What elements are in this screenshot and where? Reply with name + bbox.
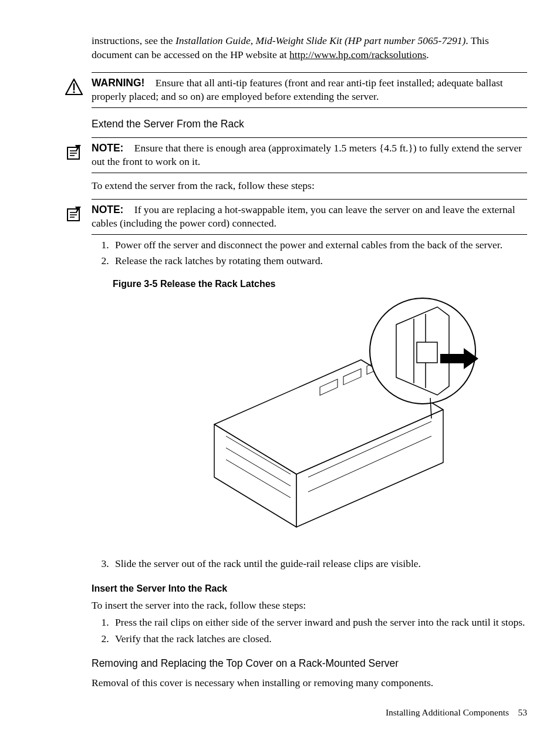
note-text: Ensure that there is enough area (approx… bbox=[92, 142, 522, 168]
list-item: Verify that the rack latches are closed. bbox=[112, 632, 527, 646]
svg-point-2 bbox=[73, 91, 75, 93]
warning-icon bbox=[65, 77, 83, 96]
list-item: Slide the server out of the rack until t… bbox=[112, 557, 527, 571]
figure-caption: Figure 3-5 Release the Rack Latches bbox=[113, 278, 527, 291]
document-page: instructions, see the Installation Guide… bbox=[0, 0, 560, 746]
note-label: NOTE: bbox=[92, 204, 123, 215]
note-block: NOTE: If you are replacing a hot-swappab… bbox=[66, 203, 527, 231]
text: . bbox=[426, 49, 429, 60]
note-icon bbox=[65, 143, 83, 161]
insert-steps: Press the rail clips on either side of t… bbox=[66, 616, 527, 646]
list-item: Release the rack latches by rotating the… bbox=[112, 254, 527, 268]
note-block: NOTE: Ensure that there is enough area (… bbox=[66, 141, 527, 169]
list-item: Power off the server and disconnect the … bbox=[112, 238, 527, 252]
top-cover-text: Removal of this cover is necessary when … bbox=[92, 676, 527, 690]
rack-latch-illustration bbox=[144, 295, 496, 553]
divider bbox=[92, 199, 527, 200]
warning-text: Ensure that all anti-tip features (front… bbox=[92, 77, 503, 103]
divider bbox=[92, 107, 527, 108]
italic-title: Installation Guide, Mid-Weight Slide Kit… bbox=[176, 35, 465, 46]
warning-block: WARNING! Ensure that all anti-tip featur… bbox=[66, 76, 527, 104]
extend-steps-cont: Slide the server out of the rack until t… bbox=[66, 557, 527, 571]
note-text: If you are replacing a hot-swappable ite… bbox=[92, 204, 515, 229]
extend-steps: Power off the server and disconnect the … bbox=[66, 238, 527, 268]
extend-intro: To extend the server from the rack, foll… bbox=[66, 179, 527, 193]
svg-rect-29 bbox=[417, 342, 437, 363]
rack-solutions-link[interactable]: http://www.hp.com/racksolutions bbox=[289, 49, 426, 60]
note-label: NOTE: bbox=[92, 142, 123, 154]
insert-intro: To insert the server into the rack, foll… bbox=[92, 599, 527, 613]
insert-title: Insert the Server Into the Rack bbox=[92, 582, 527, 595]
divider bbox=[92, 72, 527, 73]
divider bbox=[92, 137, 527, 138]
page-number: 53 bbox=[518, 707, 528, 717]
divider bbox=[92, 173, 527, 173]
warning-label: WARNING! bbox=[92, 77, 144, 89]
divider bbox=[92, 234, 527, 235]
list-item: Press the rail clips on either side of t… bbox=[112, 616, 527, 630]
footer-section: Installing Additional Components bbox=[386, 707, 509, 717]
top-cover-title: Removing and Replacing the Top Cover on … bbox=[92, 657, 527, 671]
page-footer: Installing Additional Components 53 bbox=[386, 707, 527, 719]
section-extend-title: Extend the Server From the Rack bbox=[92, 117, 527, 131]
intro-paragraph: instructions, see the Installation Guide… bbox=[66, 34, 527, 62]
note-icon bbox=[65, 204, 83, 223]
figure-3-5 bbox=[113, 295, 527, 553]
text: instructions, see the bbox=[92, 35, 176, 46]
